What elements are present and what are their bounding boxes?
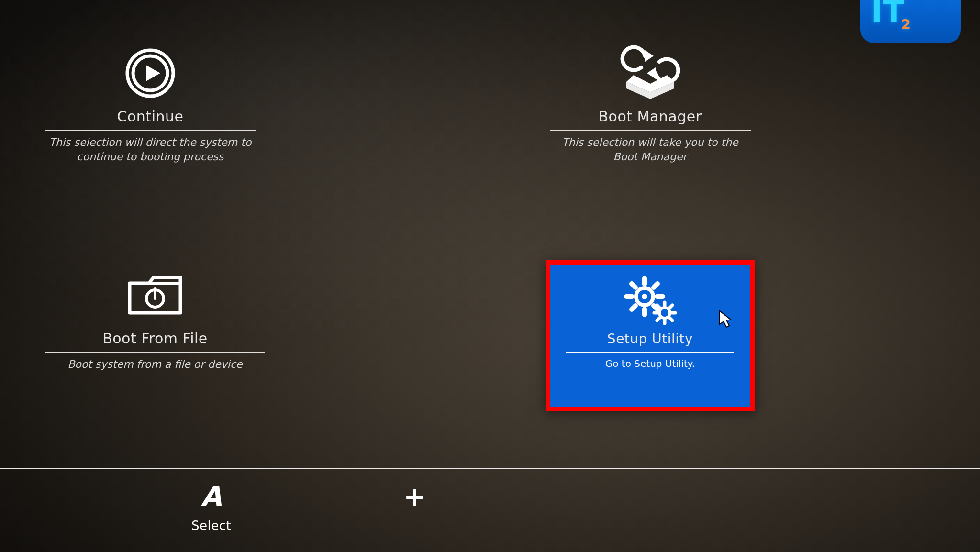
tile-rule — [550, 130, 751, 131]
svg-marker-4 — [647, 67, 656, 79]
watermark-badge: IT2 — [860, 0, 961, 43]
tile-boot-from-file[interactable]: Boot From File Boot system from a file o… — [33, 260, 277, 411]
legend-separator — [0, 468, 980, 469]
svg-line-13 — [632, 284, 635, 287]
legend-select: A Select — [191, 483, 231, 533]
menu-grid: Continue This selection will direct the … — [33, 38, 836, 411]
svg-marker-2 — [146, 65, 160, 81]
tile-title: Boot Manager — [598, 108, 702, 125]
tile-boot-manager[interactable]: Boot Manager This selection will take yo… — [538, 38, 762, 198]
tile-desc: This selection will take you to the Boot… — [550, 135, 751, 164]
play-icon — [124, 42, 177, 104]
tile-title: Continue — [117, 108, 184, 125]
tile-rule — [566, 352, 735, 353]
tile-desc: Go to Setup Utility. — [605, 357, 695, 370]
svg-line-22 — [657, 305, 659, 308]
watermark-main: IT — [871, 0, 905, 30]
gears-icon — [617, 272, 684, 329]
svg-line-14 — [654, 284, 657, 287]
tile-title: Boot From File — [102, 330, 208, 347]
svg-point-17 — [659, 308, 670, 318]
legend-key-plus: + — [403, 483, 426, 510]
legend-label-select: Select — [191, 519, 231, 533]
watermark-text: IT2 — [871, 0, 912, 33]
legend-key-a: A — [201, 483, 222, 510]
tile-title: Setup Utility — [607, 331, 693, 347]
svg-line-25 — [670, 318, 672, 320]
svg-line-23 — [670, 305, 672, 308]
tile-setup-utility[interactable]: Setup Utility Go to Setup Utility. — [546, 260, 755, 411]
tile-desc: This selection will direct the system to… — [47, 135, 253, 164]
svg-marker-3 — [645, 50, 654, 62]
folder-power-icon — [124, 264, 186, 326]
legend-bar: A Select + — [0, 478, 980, 552]
bios-front-page: IT2 Continue This selection will direct … — [0, 0, 980, 552]
svg-line-15 — [632, 306, 635, 309]
svg-point-8 — [642, 294, 647, 299]
tile-rule — [45, 130, 256, 131]
legend-plus: + — [403, 483, 426, 510]
tile-rule — [45, 352, 265, 353]
watermark-sub: 2 — [901, 17, 911, 33]
tile-continue[interactable]: Continue This selection will direct the … — [33, 38, 267, 198]
cursor-icon — [719, 310, 733, 329]
svg-marker-26 — [720, 311, 731, 327]
tile-desc: Boot system from a file or device — [67, 357, 242, 372]
svg-line-24 — [657, 318, 659, 320]
boot-manager-icon — [619, 42, 681, 104]
